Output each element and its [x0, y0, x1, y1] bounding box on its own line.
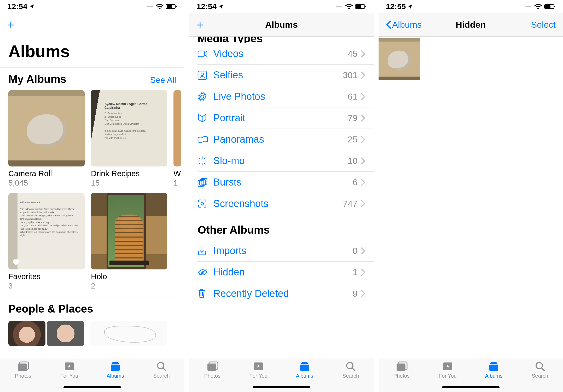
tab-photos[interactable]: Photos [0, 361, 46, 392]
burst-icon [198, 178, 213, 187]
svg-line-41 [352, 368, 355, 371]
svg-line-27 [199, 163, 200, 164]
album-thumbnail: Ayalew Mesfin • Aged Coffee Caipirinha 2… [91, 90, 167, 166]
svg-rect-6 [112, 362, 118, 363]
back-label: Albums [392, 20, 422, 30]
list-row-recently-deleted[interactable]: Recently Deleted9 [198, 283, 374, 304]
status-time: 12:54 [196, 2, 217, 11]
list-row-selfies[interactable]: Selfies301 [198, 64, 374, 86]
list-row-videos[interactable]: Videos45 [198, 43, 374, 64]
tab-search[interactable]: Search [517, 361, 563, 392]
list-row-imports[interactable]: Imports0 [198, 240, 374, 261]
list-row-panoramas[interactable]: Panoramas25 [198, 129, 374, 150]
svg-rect-14 [198, 51, 204, 57]
tab-photos[interactable]: Photos [379, 361, 425, 392]
chevron-right-icon [361, 179, 365, 186]
svg-line-52 [542, 368, 544, 371]
list-row-portrait[interactable]: Portrait79 [198, 107, 374, 129]
content[interactable]: Albums My Albums See All Camera Roll 5,0… [0, 37, 184, 358]
add-button[interactable]: + [7, 19, 14, 31]
tab-label: Albums [296, 373, 313, 379]
svg-rect-37 [302, 362, 307, 363]
svg-point-51 [536, 362, 542, 369]
home-indicator[interactable] [63, 386, 121, 388]
svg-line-26 [204, 158, 205, 159]
svg-line-10 [163, 368, 166, 371]
album-holo[interactable]: Holo 2 [91, 193, 167, 290]
row-count: 79 [348, 113, 358, 123]
svg-rect-48 [491, 362, 497, 363]
svg-rect-1 [167, 5, 172, 8]
location-icon [218, 4, 224, 9]
media-types-list: Videos45Selfies301Live Photos61Portrait7… [189, 43, 374, 214]
row-label: Screenshots [213, 198, 268, 209]
wifi-icon [156, 4, 164, 9]
tab-photos[interactable]: Photos [189, 361, 235, 392]
home-indicator[interactable] [442, 386, 500, 388]
row-count: 9 [353, 289, 358, 299]
people-places-row[interactable] [0, 318, 184, 346]
photo-thumbnail[interactable] [379, 38, 420, 80]
slomo-icon [198, 156, 213, 166]
list-row-screenshots[interactable]: Screenshots747 [198, 193, 374, 214]
list-row-bursts[interactable]: Bursts6 [198, 171, 374, 193]
places-thumbnail[interactable] [90, 321, 167, 346]
my-albums-header: My Albums See All [0, 68, 184, 88]
person-thumbnail[interactable] [8, 321, 45, 346]
svg-point-17 [201, 95, 204, 98]
home-indicator[interactable] [253, 386, 310, 388]
row-label: Bursts [213, 177, 241, 188]
row-label: Videos [213, 48, 243, 59]
svg-rect-8 [111, 365, 120, 371]
album-thumbnail [173, 90, 181, 166]
tab-label: For You [439, 373, 457, 379]
album-thumbnail [91, 193, 167, 269]
screen-albums-scrolled: 12:54 •••• + Albums Media Types Videos45… [189, 0, 374, 392]
tab-label: Photos [204, 373, 220, 379]
chevron-right-icon [361, 269, 365, 276]
album-drink-recipes[interactable]: Ayalew Mesfin • Aged Coffee Caipirinha 2… [91, 90, 167, 187]
svg-rect-43 [545, 5, 550, 8]
album-title: Drink Recipes [91, 169, 167, 178]
heart-icon [11, 257, 20, 266]
back-button[interactable]: Albums [386, 20, 422, 30]
nav-bar: + [0, 13, 184, 37]
select-button[interactable]: Select [531, 20, 556, 30]
tab-search[interactable]: Search [328, 361, 374, 392]
tab-search[interactable]: Search [138, 361, 185, 392]
chevron-right-icon [361, 93, 365, 100]
list-row-hidden[interactable]: Hidden1 [198, 261, 374, 283]
add-button[interactable]: + [196, 19, 204, 31]
screen-albums-root: 12:54 •••• + Albums My Albums See All [0, 0, 184, 392]
tab-label: Search [153, 373, 170, 379]
tab-label: For You [60, 373, 78, 379]
screen-hidden-album: 12:55 •••• Albums Hidden Select Photos F… [379, 0, 563, 392]
person-thumbnail[interactable] [47, 321, 84, 346]
album-thumbnail [8, 90, 85, 166]
list-row-slo-mo[interactable]: Slo-mo10 [198, 150, 374, 171]
location-icon [407, 4, 413, 9]
content[interactable]: Media Types Videos45Selfies301Live Photo… [189, 37, 374, 358]
status-bar: 12:54 •••• [189, 0, 374, 13]
selfie-icon [198, 71, 213, 80]
album-camera-roll[interactable]: Camera Roll 5,045 [8, 90, 85, 187]
row-label: Imports [213, 245, 246, 256]
content[interactable] [379, 37, 563, 358]
other-albums-section: Other Albums Imports0Hidden1Recently Del… [189, 214, 374, 304]
albums-row-2[interactable]: William Price BlackThe following morning… [0, 191, 184, 292]
screenshot-icon [198, 199, 213, 208]
svg-point-31 [201, 202, 204, 205]
svg-line-25 [204, 163, 205, 164]
tab-label: Photos [15, 373, 31, 379]
album-count: 3 [8, 281, 85, 290]
albums-row-1[interactable]: Camera Roll 5,045 Ayalew Mesfin • Aged C… [0, 88, 184, 189]
cell-dots-icon: •••• [146, 4, 153, 10]
portrait-icon [198, 113, 213, 123]
svg-rect-39 [300, 365, 309, 371]
album-favorites[interactable]: William Price BlackThe following morning… [8, 193, 85, 290]
svg-rect-50 [489, 365, 498, 371]
see-all-link[interactable]: See All [150, 75, 176, 85]
list-row-live-photos[interactable]: Live Photos61 [198, 86, 374, 107]
chevron-right-icon [361, 290, 365, 297]
album-partial[interactable]: W 1 [173, 90, 181, 187]
